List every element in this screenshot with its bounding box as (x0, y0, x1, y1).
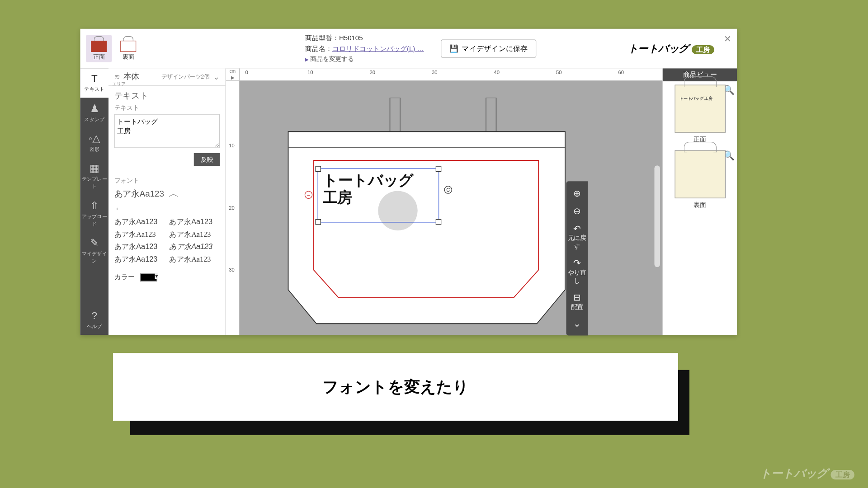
save-design-button[interactable]: 💾 マイデザインに保存 (441, 39, 536, 57)
area-header[interactable]: ≋ 本体 デザインパーツ2個 ⌄ (108, 68, 226, 86)
zoom-toolbar: ⊕ ⊖ ↶元に戻す ↷やり直し ⊟配置 ⌄ (566, 181, 588, 335)
zoom-out-button[interactable]: ⊖ (566, 202, 588, 220)
align-button[interactable]: ⊟配置 (566, 289, 588, 315)
back-arrow-icon[interactable]: ← (114, 203, 220, 215)
product-info: 商品型番：H50105 商品名：コロリドコットンバッグ(L) … 商品を変更する (305, 33, 424, 64)
back-label: 裏面 (123, 53, 134, 60)
color-swatch[interactable] (140, 273, 157, 281)
layers-icon: ≋ (114, 73, 120, 81)
tool-mydesign[interactable]: ✎マイデザイン (80, 232, 109, 270)
close-icon[interactable]: ✕ (724, 33, 731, 44)
font-list: あア永Aa123 あア永Aa123 あア永Aa123 あア永Aa123 あア永A… (114, 217, 220, 264)
font-option[interactable]: あア永Aa123 (169, 242, 220, 252)
resize-handle[interactable] (316, 219, 321, 225)
preview-front[interactable]: 🔍 トートバッグ 工房 正面 (663, 81, 737, 147)
resize-handle[interactable] (316, 166, 321, 172)
expand-down-button[interactable]: ⌄ (566, 314, 588, 332)
resize-handle[interactable] (436, 166, 442, 172)
font-option[interactable]: あア永Aa123 (169, 217, 220, 227)
tool-help[interactable]: ?ヘルプ (80, 305, 109, 335)
ruler-vertical: 10 20 30 (226, 81, 240, 335)
undo-button[interactable]: ↶元に戻す (566, 220, 588, 254)
font-option[interactable]: あア永Aa123 (169, 254, 220, 265)
font-option[interactable]: あア永Aa123 (114, 254, 165, 265)
text-object[interactable]: トートバッグ工房 – C (318, 169, 439, 223)
model-value: H50105 (339, 33, 363, 42)
front-label: 正面 (93, 53, 104, 60)
scrollbar[interactable] (655, 165, 660, 267)
text-input[interactable] (114, 114, 220, 148)
panel-title: テキスト (114, 90, 220, 101)
view-tabs: 正面 裏面 (80, 31, 147, 65)
font-option[interactable]: あア永Aa123 (114, 230, 165, 240)
preview-column: 商品ビュー 🔍 トートバッグ 工房 正面 🔍 裏面 (662, 68, 737, 335)
resize-handle[interactable] (436, 219, 442, 225)
ruler-unit: cm▶ (226, 68, 240, 81)
tool-text[interactable]: Tテキスト (80, 68, 109, 98)
current-font: あア永Aa123 (114, 188, 164, 199)
ruler-horizontal: 0 10 20 30 40 50 60 (240, 68, 662, 81)
brand-logo: トートバッグ 工房 (628, 42, 714, 55)
caption: フォントを変えたり (113, 353, 678, 421)
header: 正面 裏面 商品型番：H50105 商品名：コロリドコットンバッグ(L) … 商… (80, 29, 737, 69)
zoom-in-button[interactable]: ⊕ (566, 185, 588, 202)
design-editor-window: 正面 裏面 商品型番：H50105 商品名：コロリドコットンバッグ(L) … 商… (80, 29, 737, 335)
view-tab-back[interactable]: 裏面 (115, 35, 142, 62)
view-tab-front[interactable]: 正面 (86, 35, 112, 62)
chevron-up-icon[interactable]: ︿ (169, 187, 179, 201)
preview-back[interactable]: 🔍 裏面 (663, 147, 737, 212)
copy-handle[interactable]: C (444, 186, 453, 194)
tool-rail: Tテキスト ♟スタンプ ◦△図形 ▦テンプレート ⇧アップロード ✎マイデザイン… (80, 68, 109, 335)
save-icon: 💾 (449, 44, 458, 53)
font-option[interactable]: あア永Aa123 (114, 217, 165, 227)
redo-button[interactable]: ↷やり直し (566, 254, 588, 289)
watermark: トートバッグ 工房 (760, 466, 854, 481)
side-panel: ≋ 本体 デザインパーツ2個 ⌄ エリア テキスト テキスト 反映 フォント あ… (108, 68, 226, 335)
tool-upload[interactable]: ⇧アップロード (80, 195, 109, 232)
tool-template[interactable]: ▦テンプレート (80, 158, 109, 195)
font-option[interactable]: あア永Aa123 (114, 242, 165, 252)
canvas[interactable]: cm▶ 0 10 20 30 40 50 60 10 20 30 (226, 68, 662, 335)
change-product-link[interactable]: 商品を変更する (305, 54, 424, 64)
caption-text: フォントを変えたり (113, 353, 678, 421)
tool-stamp[interactable]: ♟スタンプ (80, 98, 109, 127)
apply-button[interactable]: 反映 (194, 153, 220, 166)
chevron-down-icon: ⌄ (213, 72, 220, 81)
product-name-link[interactable]: コロリドコットンバッグ(L) … (332, 44, 424, 52)
tool-shape[interactable]: ◦△図形 (80, 128, 109, 158)
font-option[interactable]: あア永Aa123 (169, 230, 220, 240)
